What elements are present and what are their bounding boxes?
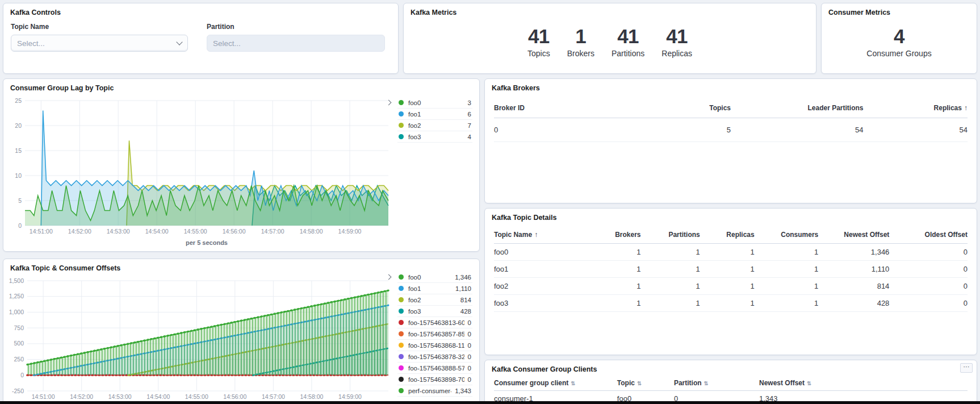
- svg-text:14:57:00: 14:57:00: [261, 228, 284, 235]
- legend-item[interactable]: foo27: [397, 120, 472, 131]
- column-header-replicas[interactable]: Replicas↑: [864, 104, 968, 112]
- column-header-label: Oldest Offset: [925, 231, 968, 239]
- legend-value: 428: [460, 308, 471, 315]
- legend-item[interactable]: foo2814: [397, 294, 472, 306]
- legend-item[interactable]: foo01,346: [397, 272, 472, 283]
- table-cell: 0: [889, 299, 968, 307]
- column-header-topic-name[interactable]: Topic Name↑: [494, 231, 584, 239]
- column-header-label: Brokers: [615, 231, 640, 239]
- column-header-label: Broker ID: [494, 104, 525, 112]
- table-cell: 0: [889, 282, 968, 290]
- column-header-label: Partitions: [668, 231, 700, 239]
- column-header-partitions[interactable]: Partitions: [641, 231, 700, 239]
- table-cell: 1: [584, 299, 640, 307]
- series-color-dot-icon: [399, 377, 404, 382]
- controls-body: Topic Name Select... Partition Select...: [11, 23, 391, 52]
- table-cell: 1: [755, 299, 819, 307]
- legend-label: foo-1575463857-85...: [408, 331, 464, 338]
- svg-text:250: 250: [14, 356, 24, 363]
- legend-item[interactable]: foo-1575463888-57...0: [397, 363, 472, 374]
- column-header-partition[interactable]: Partition⇅: [674, 379, 759, 387]
- column-header-oldest-offset[interactable]: Oldest Offset: [889, 231, 968, 239]
- legend-value: 4: [468, 134, 471, 140]
- legend-item[interactable]: foo34: [397, 131, 472, 143]
- svg-text:1,000: 1,000: [9, 309, 24, 315]
- column-header-label: Topic: [617, 379, 635, 387]
- svg-text:14:56:00: 14:56:00: [223, 228, 246, 235]
- topic-name-placeholder: Select...: [17, 39, 177, 48]
- legend-item[interactable]: foo16: [397, 109, 472, 120]
- panel-title[interactable]: Kafka Topic & Consumer Offsets: [10, 264, 120, 272]
- kafka-consumer-group-clients-panel: Kafka Consumer Group Clients ⋯ Consumer …: [484, 360, 977, 404]
- svg-text:10: 10: [15, 172, 22, 179]
- legend-value: 814: [460, 297, 471, 303]
- legend-value: 0: [468, 342, 471, 349]
- table-cell: 1: [755, 282, 819, 290]
- column-header-topic[interactable]: Topic⇅: [617, 379, 674, 387]
- table-row: foo011111,3460: [494, 244, 968, 261]
- legend-value: 1,343: [455, 388, 471, 394]
- svg-text:14:54:00: 14:54:00: [145, 228, 169, 235]
- legend-label: foo0: [408, 274, 451, 281]
- legend-item[interactable]: foo-1575463868-116...0: [397, 340, 472, 351]
- table-header-row: Topic Name↑BrokersPartitionsReplicasCons…: [494, 226, 968, 244]
- legend-item[interactable]: foo-1575463813-60...0: [397, 317, 472, 328]
- table-cell: 428: [818, 299, 889, 307]
- panel-title[interactable]: Kafka Controls: [10, 9, 61, 16]
- legend-item[interactable]: foo11,110: [397, 283, 472, 294]
- legend-item[interactable]: perf-consumer-...1,343: [397, 385, 472, 397]
- legend-label: foo1: [408, 285, 452, 292]
- legend-collapse-icon[interactable]: [385, 99, 393, 107]
- lag-chart-plot[interactable]: 051015202514:51:0014:52:0014:53:0014:54:…: [8, 95, 392, 252]
- panel-title[interactable]: Kafka Consumer Group Clients: [492, 365, 597, 373]
- legend-label: perf-consumer-...: [408, 388, 451, 394]
- panel-title[interactable]: Kafka Brokers: [492, 84, 540, 92]
- column-header-consumers[interactable]: Consumers: [755, 231, 819, 239]
- series-color-dot-icon: [399, 100, 404, 105]
- column-header-replicas[interactable]: Replicas: [700, 231, 755, 239]
- svg-text:0: 0: [18, 222, 22, 229]
- panel-title[interactable]: Consumer Group Lag by Topic: [10, 84, 114, 92]
- table-cell: 1: [700, 299, 755, 307]
- table-header-row: Broker IDTopicsLeader PartitionsReplicas…: [494, 97, 968, 118]
- panel-title[interactable]: Kafka Topic Details: [492, 214, 556, 222]
- legend-item[interactable]: foo-1575463898-70...0: [397, 374, 472, 385]
- svg-text:14:51:00: 14:51:00: [30, 228, 53, 235]
- offsets-chart-legend: foo01,346foo11,110foo2814foo3428foo-1575…: [397, 272, 472, 397]
- table-row: foo211118140: [494, 278, 968, 295]
- column-header-label: Leader Partitions: [807, 104, 863, 112]
- column-header-consumer-group-client[interactable]: Consumer group client⇅: [494, 379, 617, 387]
- legend-item[interactable]: foo-1575463857-85...0: [397, 328, 472, 340]
- metric-value: 41: [661, 26, 692, 46]
- column-header-leader-partitions[interactable]: Leader Partitions: [731, 104, 864, 112]
- topic-name-select[interactable]: Select...: [11, 35, 188, 52]
- column-header-brokers[interactable]: Brokers: [584, 231, 640, 239]
- offsets-chart-plot[interactable]: -25002505007501,0001,2501,50014:51:0014:…: [8, 274, 392, 404]
- legend-value: 1,110: [455, 285, 471, 292]
- table-cell: 5: [655, 126, 731, 134]
- legend-item[interactable]: foo-1575463878-32...0: [397, 351, 472, 363]
- table-cell: 1: [700, 265, 755, 273]
- svg-text:-250: -250: [12, 388, 24, 394]
- column-header-topics[interactable]: Topics: [655, 104, 731, 112]
- column-header-label: Replicas: [726, 231, 754, 239]
- panel-options-icon[interactable]: ⋯: [960, 363, 973, 373]
- svg-text:14:53:00: 14:53:00: [107, 228, 130, 235]
- table-cell: foo2: [494, 282, 584, 290]
- partition-select[interactable]: Select...: [207, 35, 385, 52]
- svg-text:14:52:00: 14:52:00: [68, 228, 91, 235]
- legend-item[interactable]: foo03: [397, 97, 472, 109]
- column-header-broker-id[interactable]: Broker ID: [494, 104, 655, 112]
- column-header-newest-offset[interactable]: Newest Offset: [818, 231, 889, 239]
- table-cell: foo1: [494, 265, 584, 273]
- legend-value: 0: [468, 331, 471, 338]
- window-edge: [0, 401, 980, 404]
- topic-consumer-offsets-panel: Kafka Topic & Consumer Offsets -25002505…: [3, 259, 480, 404]
- column-header-newest-offset[interactable]: Newest Offset⇅: [759, 379, 968, 387]
- series-color-dot-icon: [399, 354, 404, 359]
- kafka-brokers-panel: Kafka Brokers Broker IDTopicsLeader Part…: [484, 78, 977, 203]
- legend-item[interactable]: foo3428: [397, 306, 472, 317]
- kafka-controls-panel: Kafka Controls Topic Name Select... Part…: [3, 3, 399, 74]
- legend-collapse-icon[interactable]: [385, 273, 393, 281]
- table-row: 055454: [494, 118, 968, 142]
